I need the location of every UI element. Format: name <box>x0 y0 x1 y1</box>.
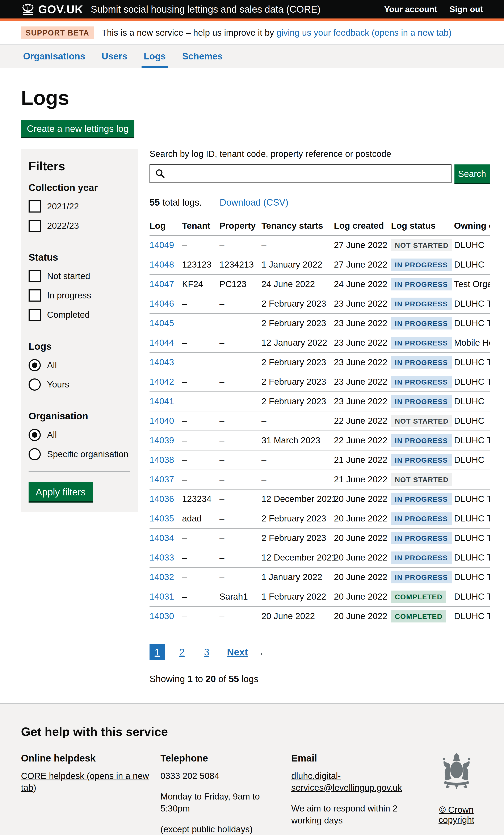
log-link-14037[interactable]: 14037 <box>149 474 174 484</box>
column-header-owning-or: Owning or <box>454 217 490 236</box>
log-link-14035[interactable]: 14035 <box>149 513 174 523</box>
cell-property: – <box>219 294 261 313</box>
cell-log: 14049 <box>149 236 182 255</box>
cell-tenancy-starts: – <box>261 411 334 431</box>
radio-all[interactable] <box>28 359 41 371</box>
radio-option-all[interactable]: All <box>28 359 130 371</box>
cell-property: – <box>219 489 261 509</box>
radio-yours[interactable] <box>28 379 41 391</box>
tab-users[interactable]: Users <box>100 45 129 68</box>
crown-copyright-link[interactable]: © Crown copyright <box>439 805 474 825</box>
option-label: Specific organisation <box>47 449 128 459</box>
cell-owning-organisation: DLUHC Tes <box>454 509 490 528</box>
checkbox-2021-22[interactable] <box>28 200 41 212</box>
checkbox-option-completed[interactable]: Completed <box>28 309 130 321</box>
page-link-2[interactable]: 2 <box>174 644 190 660</box>
log-link-14033[interactable]: 14033 <box>149 552 174 563</box>
download-csv-link[interactable]: Download (CSV) <box>220 197 288 207</box>
log-link-14048[interactable]: 14048 <box>149 260 174 269</box>
header-link-your-account[interactable]: Your account <box>384 5 437 14</box>
cell-log-created: 20 June 2022 <box>334 548 391 567</box>
checkbox-option-2022-23[interactable]: 2022/23 <box>28 220 130 232</box>
log-link-14032[interactable]: 14032 <box>149 572 174 582</box>
radio-option-all[interactable]: All <box>28 429 130 441</box>
filter-group-status: StatusNot startedIn progressCompleted <box>28 242 130 321</box>
radio-all[interactable] <box>28 429 41 441</box>
cell-property: 1234213 <box>219 255 261 274</box>
page-link-1[interactable]: 1 <box>149 644 165 660</box>
cell-tenancy-starts: – <box>261 236 334 255</box>
log-link-14049[interactable]: 14049 <box>149 240 174 250</box>
table-row: 14038–––21 June 2022IN PROGRESSDLUHC <box>149 450 490 470</box>
cell-tenancy-starts: 1 January 2022 <box>261 255 334 274</box>
checkbox-option-in-progress[interactable]: In progress <box>28 289 130 302</box>
search-button[interactable]: Search <box>455 164 490 183</box>
cell-log: 14045 <box>149 313 182 333</box>
cell-property: – <box>219 431 261 450</box>
apply-filters-button[interactable]: Apply filters <box>28 482 93 501</box>
cell-log-created: 22 June 2022 <box>334 431 391 450</box>
radio-option-yours[interactable]: Yours <box>28 379 130 391</box>
footer-link-core-helpdesk-opens[interactable]: CORE helpdesk (opens in a new tab) <box>21 771 149 793</box>
filter-group-title: Collection year <box>28 182 130 193</box>
cell-tenancy-starts: 2 February 2023 <box>261 372 334 392</box>
checkbox-2022-23[interactable] <box>28 220 41 232</box>
cell-log: 14032 <box>149 567 182 587</box>
log-link-14041[interactable]: 14041 <box>149 396 174 406</box>
cell-owning-organisation: DLUHC Tes <box>454 587 490 607</box>
log-link-14046[interactable]: 14046 <box>149 299 174 308</box>
log-link-14030[interactable]: 14030 <box>149 611 174 621</box>
page-link-3[interactable]: 3 <box>199 644 215 660</box>
checkbox-not-started[interactable] <box>28 270 41 282</box>
next-page-link[interactable]: Next <box>227 646 248 658</box>
radio-specific-organisation[interactable] <box>28 448 41 460</box>
checkbox-option-2021-22[interactable]: 2021/22 <box>28 200 130 212</box>
feedback-link[interactable]: giving us your feedback (opens in a new … <box>277 28 452 38</box>
status-badge: COMPLETED <box>391 610 446 623</box>
status-badge: IN PROGRESS <box>391 317 452 329</box>
cell-owning-organisation: DLUHC Tes <box>454 372 490 392</box>
cell-property: – <box>219 353 261 372</box>
log-link-14036[interactable]: 14036 <box>149 494 174 504</box>
search-input[interactable] <box>149 164 451 183</box>
status-badge: IN PROGRESS <box>391 434 452 447</box>
checkbox-completed[interactable] <box>28 309 41 321</box>
log-link-14044[interactable]: 14044 <box>149 338 174 348</box>
footer-col-email: Emaildluhc.digital-services@levellingup.… <box>291 752 430 835</box>
footer-col-telephone: Telephone0333 202 5084Monday to Friday, … <box>160 752 291 835</box>
log-link-14043[interactable]: 14043 <box>149 357 174 367</box>
govuk-logo[interactable]: GOV.UK <box>21 3 83 16</box>
tab-schemes[interactable]: Schemes <box>180 45 225 68</box>
cell-tenancy-starts: 1 January 2022 <box>261 567 334 587</box>
cell-log-created: 27 June 2022 <box>334 255 391 274</box>
cell-tenancy-starts: 2 February 2023 <box>261 528 334 548</box>
radio-option-specific-organisation[interactable]: Specific organisation <box>28 448 130 460</box>
service-name[interactable]: Submit social housing lettings and sales… <box>91 4 320 15</box>
log-link-14040[interactable]: 14040 <box>149 416 174 426</box>
checkbox-in-progress[interactable] <box>28 289 41 302</box>
status-badge: IN PROGRESS <box>391 395 452 408</box>
cell-owning-organisation: DLUHC Tes <box>454 431 490 450</box>
status-badge: IN PROGRESS <box>391 551 452 564</box>
cell-property: – <box>219 392 261 411</box>
log-link-14039[interactable]: 14039 <box>149 435 174 445</box>
log-link-14038[interactable]: 14038 <box>149 455 174 465</box>
tab-organisations[interactable]: Organisations <box>21 45 87 68</box>
header-link-sign-out[interactable]: Sign out <box>449 5 483 14</box>
footer-heading: Get help with this service <box>21 725 430 739</box>
log-link-14031[interactable]: 14031 <box>149 592 174 602</box>
log-link-14045[interactable]: 14045 <box>149 318 174 328</box>
tab-logs[interactable]: Logs <box>142 45 168 68</box>
log-link-14034[interactable]: 14034 <box>149 533 174 543</box>
log-link-14042[interactable]: 14042 <box>149 377 174 387</box>
status-badge: NOT STARTED <box>391 239 452 251</box>
footer-link-dluhc-digital-servic[interactable]: dluhc.digital-services@levellingup.gov.u… <box>291 771 402 793</box>
status-badge: COMPLETED <box>391 591 446 603</box>
cell-owning-organisation: DLUHC Tes <box>454 567 490 587</box>
filter-group-title: Logs <box>28 341 130 352</box>
log-link-14047[interactable]: 14047 <box>149 279 174 289</box>
create-lettings-log-button[interactable]: Create a new lettings log <box>21 120 135 137</box>
checkbox-option-not-started[interactable]: Not started <box>28 270 130 282</box>
cell-property: – <box>219 372 261 392</box>
cell-log-created: 23 June 2022 <box>334 333 391 353</box>
